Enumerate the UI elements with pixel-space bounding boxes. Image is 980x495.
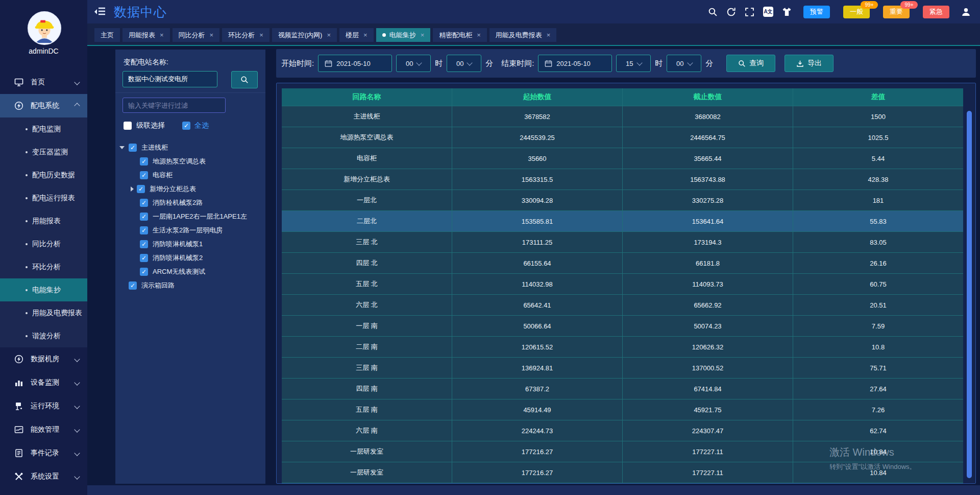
sidebar-item-系统设置[interactable]: 系统设置 — [0, 465, 87, 488]
tab-用能及电费报表[interactable]: 用能及电费报表× — [489, 28, 557, 42]
start-hour-select[interactable]: 00 — [396, 55, 431, 72]
station-name-input[interactable] — [122, 71, 217, 87]
cascade-checkbox[interactable] — [124, 122, 132, 130]
table-row[interactable]: 地源热泵空调总表2445539.252446564.751025.5 — [282, 127, 963, 148]
close-icon[interactable]: × — [547, 31, 551, 39]
tree-node-消防喷淋机械泵2[interactable]: ✓消防喷淋机械泵2 — [115, 251, 265, 265]
start-minute-select[interactable]: 00 — [447, 55, 481, 72]
tab-楼层[interactable]: 楼层× — [339, 28, 374, 42]
sidebar-item-配电监测[interactable]: 配电监测 — [0, 117, 87, 140]
tree-node-演示箱回路[interactable]: ✓演示箱回路 — [115, 278, 265, 292]
sidebar-item-运行环境[interactable]: 运行环境 — [0, 394, 87, 418]
sidebar-item-能效管理[interactable]: 能效管理 — [0, 418, 87, 441]
tree-node-新增分立柜总表[interactable]: ✓新增分立柜总表 — [115, 182, 265, 196]
table-row[interactable]: 二层 南120615.52120626.3210.8 — [282, 336, 963, 357]
sidebar-item-设备监测[interactable]: 设备监测 — [0, 371, 87, 394]
sidebar-item-变压器监测[interactable]: 变压器监测 — [0, 140, 87, 163]
tree-checkbox[interactable]: ✓ — [140, 213, 148, 221]
tree-node-消防喷淋机械泵1[interactable]: ✓消防喷淋机械泵1 — [115, 237, 265, 251]
close-icon[interactable]: × — [160, 31, 164, 39]
avatar[interactable] — [28, 11, 61, 45]
sidebar-item-用能报表[interactable]: 用能报表 — [0, 209, 87, 232]
sidebar-item-事件记录[interactable]: 事件记录 — [0, 441, 87, 465]
close-icon[interactable]: × — [363, 31, 368, 39]
close-icon[interactable]: × — [327, 31, 331, 39]
tree-checkbox[interactable]: ✓ — [140, 171, 148, 179]
tree-node-ARCM无线表测试[interactable]: ✓ARCM无线表测试 — [115, 265, 265, 278]
end-date-input[interactable]: 2021-05-10 — [538, 55, 612, 72]
tree-checkbox[interactable]: ✓ — [140, 240, 148, 248]
tab-同比分析[interactable]: 同比分析× — [173, 28, 220, 42]
alarm-button-紧急[interactable]: 紧急 — [923, 6, 949, 18]
tree-expand-icon[interactable] — [119, 146, 125, 149]
sidebar-item-谐波分析[interactable]: 谐波分析 — [0, 324, 87, 347]
table-scrollbar[interactable] — [967, 111, 972, 478]
sidebar-item-配电历史数据[interactable]: 配电历史数据 — [0, 163, 87, 186]
tree-collapsed-icon[interactable] — [131, 186, 134, 192]
tree-filter-input[interactable] — [122, 98, 226, 113]
tree-checkbox[interactable]: ✓ — [129, 281, 137, 290]
refresh-icon[interactable] — [726, 7, 736, 17]
end-minute-select[interactable]: 00 — [667, 55, 701, 72]
sidebar-item-电能集抄[interactable]: 电能集抄 — [0, 278, 87, 301]
table-row[interactable]: 一层北330094.28330275.28181 — [282, 190, 963, 210]
tree-node-主进线柜[interactable]: ✓主进线柜 — [115, 140, 265, 154]
table-row[interactable]: 四层 北66155.6466181.826.16 — [282, 252, 963, 273]
tree-node-电容柜[interactable]: ✓电容柜 — [115, 168, 265, 182]
translate-icon[interactable]: A文 — [763, 7, 773, 17]
sidebar-item-配电运行报表[interactable]: 配电运行报表 — [0, 186, 87, 209]
select-all[interactable]: ✓ 全选 — [182, 121, 209, 130]
table-row[interactable]: 二层北153585.81153641.6455.83 — [282, 210, 963, 231]
export-button[interactable]: 导出 — [785, 55, 834, 72]
station-search-button[interactable] — [231, 71, 258, 88]
tab-电能集抄[interactable]: 电能集抄× — [376, 28, 431, 42]
tree-node-消防栓机械泵2路[interactable]: ✓消防栓机械泵2路 — [115, 196, 265, 209]
tree-node-地源热泵空调总表[interactable]: ✓地源热泵空调总表 — [115, 154, 265, 168]
tree-checkbox[interactable]: ✓ — [140, 199, 148, 207]
table-row[interactable]: 四层 南67387.267414.8427.64 — [282, 378, 963, 399]
select-all-checkbox[interactable]: ✓ — [182, 122, 190, 130]
table-row[interactable]: 六层 北65642.4165662.9220.51 — [282, 294, 963, 315]
table-row-partial[interactable] — [282, 483, 963, 484]
sidebar-item-用能及电费报表[interactable]: 用能及电费报表 — [0, 301, 87, 324]
table-row[interactable]: 一层研发室177216.27177227.1110.84 — [282, 462, 963, 483]
search-icon[interactable] — [708, 7, 718, 17]
close-icon[interactable]: × — [210, 31, 214, 39]
start-date-input[interactable]: 2021-05-10 — [318, 55, 392, 72]
tree-checkbox[interactable]: ✓ — [140, 157, 148, 166]
tab-用能报表[interactable]: 用能报表× — [122, 28, 170, 42]
fullscreen-icon[interactable] — [745, 7, 754, 17]
sidebar-item-环比分析[interactable]: 环比分析 — [0, 255, 87, 278]
close-icon[interactable]: × — [477, 31, 481, 39]
table-row[interactable]: 主进线柜367858236800821500 — [282, 106, 963, 127]
tree-checkbox[interactable]: ✓ — [140, 254, 148, 262]
tree-checkbox[interactable]: ✓ — [129, 144, 137, 152]
tree-checkbox[interactable]: ✓ — [140, 226, 148, 234]
table-row[interactable]: 新增分立柜总表1563315.51563743.88428.38 — [282, 169, 963, 190]
tab-视频监控(内网)[interactable]: 视频监控(内网)× — [272, 28, 337, 42]
close-icon[interactable]: × — [421, 31, 425, 39]
alarm-button-一般[interactable]: 一般99+ — [843, 6, 870, 18]
end-hour-select[interactable]: 15 — [616, 55, 651, 72]
table-row[interactable]: 五层 北114032.98114093.7360.75 — [282, 273, 963, 294]
sidebar-item-数据机房[interactable]: 数据机房 — [0, 347, 87, 371]
table-row[interactable]: 三层 北173111.25173194.383.05 — [282, 231, 963, 252]
tree-checkbox[interactable]: ✓ — [137, 185, 145, 193]
theme-icon[interactable] — [782, 7, 792, 17]
tab-精密配电柜[interactable]: 精密配电柜× — [433, 28, 487, 42]
table-row[interactable]: 电容柜3566035665.445.44 — [282, 148, 963, 169]
tab-环比分析[interactable]: 环比分析× — [222, 28, 270, 42]
table-row[interactable]: 六层 南224244.73224307.4762.74 — [282, 420, 963, 441]
table-row[interactable]: 五层 南45914.4945921.757.26 — [282, 399, 963, 420]
close-icon[interactable]: × — [259, 31, 263, 39]
alarm-button-重要[interactable]: 重要99+ — [883, 6, 910, 18]
table-row[interactable]: 一层研发室177216.27177227.1110.84 — [282, 441, 963, 462]
user-icon[interactable] — [961, 7, 971, 17]
collapse-menu-icon[interactable] — [94, 7, 106, 16]
tree-node-生活水泵2路一层弱电房[interactable]: ✓生活水泵2路一层弱电房 — [115, 223, 265, 237]
tree-node-一层南1APE2右一层北1APE1左[interactable]: ✓一层南1APE2右一层北1APE1左 — [115, 209, 265, 223]
table-row[interactable]: 三层 南136924.81137000.5275.71 — [282, 357, 963, 378]
sidebar-item-配电系统[interactable]: 配电系统 — [0, 94, 87, 117]
alarm-button-预警[interactable]: 预警 — [803, 6, 830, 18]
query-button[interactable]: 查询 — [726, 55, 775, 72]
